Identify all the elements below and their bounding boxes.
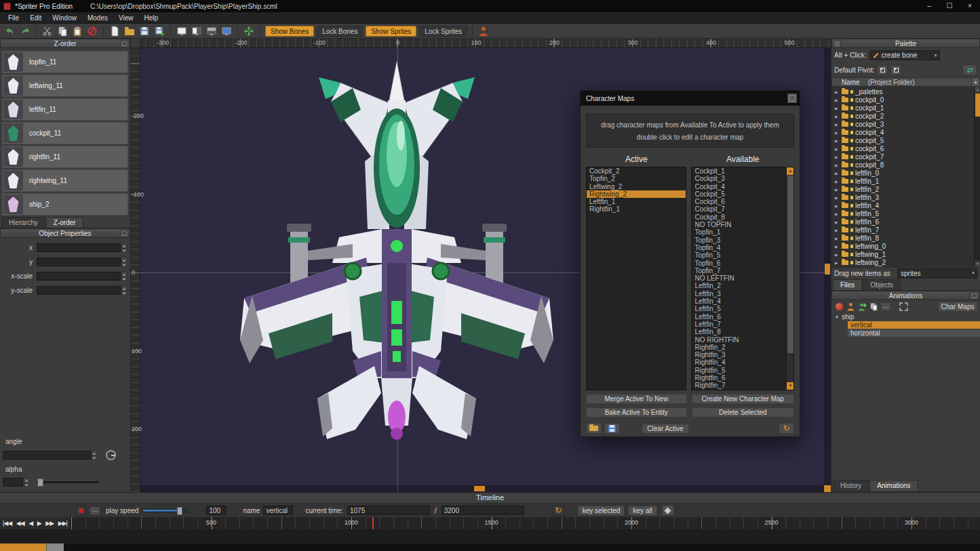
delete-icon[interactable] (86, 25, 98, 37)
tree-item[interactable]: leftfin_0 (833, 169, 973, 177)
menu-item[interactable]: File (3, 14, 24, 22)
character-map-item[interactable]: Cockpit_2 (587, 167, 686, 175)
spinner[interactable] (121, 286, 128, 295)
z-order-item[interactable]: leftwing_11 (2, 75, 128, 97)
spinner[interactable] (121, 243, 128, 252)
show-bones-toggle[interactable]: Show Bones (265, 26, 314, 37)
duplicate-animation-icon[interactable] (869, 302, 878, 311)
character-map-item[interactable]: Rightfin_2 (692, 344, 786, 351)
character-map-item[interactable]: NO RIGHTFIN (692, 336, 786, 344)
tree-item[interactable]: cockpit_4 (833, 128, 973, 136)
scrollbar-thumb[interactable] (975, 94, 980, 117)
right-panel-tab[interactable]: Animations (869, 480, 918, 491)
character-map-item[interactable]: Leftfin_1 (587, 198, 686, 205)
character-map-item[interactable]: Rightwing_2 (587, 190, 686, 198)
timeline-scrollbar[interactable] (0, 543, 980, 551)
create-new-map-button[interactable]: Create New Character Map (692, 394, 794, 404)
loop-button[interactable] (553, 505, 564, 516)
close-button[interactable]: × (960, 0, 980, 12)
tree-item[interactable]: leftfin_2 (833, 185, 973, 193)
clear-active-button[interactable]: Clear Active (642, 424, 689, 434)
new-entity-icon[interactable] (846, 302, 855, 311)
timeline-options-button[interactable] (90, 506, 100, 515)
palette-tab[interactable]: Files (833, 279, 862, 290)
tree-item[interactable]: cockpit_5 (833, 136, 973, 144)
record-keyframe-button[interactable] (76, 506, 86, 516)
key-all-button[interactable]: key all (628, 506, 656, 516)
menu-item[interactable]: Edit (24, 14, 47, 22)
bg-gradient-icon[interactable] (205, 25, 218, 37)
palette-tab[interactable]: Objects (863, 279, 901, 290)
tree-item[interactable]: cockpit_8 (833, 161, 973, 169)
close-panel-icon[interactable] (121, 40, 128, 47)
expand-arrow-icon[interactable] (835, 114, 840, 119)
expand-arrow-icon[interactable] (835, 138, 840, 143)
alpha-input[interactable] (3, 478, 23, 487)
delete-animation-icon[interactable] (834, 302, 844, 311)
tree-item[interactable]: leftwing_1 (833, 250, 973, 258)
alt-click-dropdown[interactable]: create bone (869, 50, 940, 60)
character-map-item[interactable]: Cockpit_1 (692, 167, 786, 175)
character-map-item[interactable]: Rightfin_7 (692, 382, 786, 389)
expand-arrow-icon[interactable] (835, 122, 840, 127)
expand-arrow-icon[interactable] (835, 171, 840, 176)
tree-item[interactable]: leftfin_3 (833, 193, 973, 201)
redo-icon[interactable] (19, 25, 31, 37)
z-order-item[interactable]: leftfin_11 (2, 98, 128, 121)
sync-button[interactable] (962, 64, 977, 75)
animation-length-input[interactable] (442, 506, 524, 515)
expand-arrow-icon[interactable] (835, 155, 840, 159)
play-speed-slider[interactable] (142, 509, 187, 512)
active-list[interactable]: Cockpit_2Topfin_2Leftwing_2Rightwing_2Le… (586, 167, 686, 390)
expand-arrow-icon[interactable] (835, 89, 840, 94)
more-options-button[interactable] (880, 302, 891, 311)
expand-arrow-icon[interactable] (835, 228, 840, 232)
character-maps-dialog[interactable]: Character Maps drag character maps from … (580, 90, 800, 437)
character-map-item[interactable]: Cockpit_3 (692, 175, 786, 182)
merge-active-button[interactable]: Merge Active To New (586, 394, 687, 404)
angle-dial[interactable] (106, 450, 116, 460)
left-panel-tab[interactable]: Z-order (46, 217, 83, 228)
maximize-button[interactable]: ☐ (939, 0, 960, 12)
file-tree-scrollbar[interactable] (974, 87, 980, 267)
scrollbar-thumb[interactable] (787, 176, 793, 353)
character-map-item[interactable]: Leftfin_5 (692, 305, 786, 312)
expand-arrow-icon[interactable] (835, 220, 840, 224)
character-map-item[interactable]: Cockpit_7 (692, 205, 786, 213)
ship-sprite[interactable] (237, 60, 556, 446)
playhead[interactable] (372, 517, 374, 529)
z-order-item[interactable]: rightwing_11 (2, 169, 128, 192)
scroll-up-icon[interactable] (787, 167, 794, 175)
expand-arrow-icon[interactable] (835, 146, 840, 151)
entity-row[interactable]: ship (831, 312, 980, 321)
property-input[interactable] (37, 272, 121, 281)
right-panel-tab[interactable]: History (833, 480, 869, 491)
character-map-item[interactable]: Leftfin_7 (692, 321, 786, 328)
menu-item[interactable]: View (113, 14, 139, 22)
bg-split-icon[interactable] (191, 25, 203, 37)
character-map-item[interactable]: Topfin_4 (692, 244, 786, 251)
z-order-item[interactable]: cockpit_11 (2, 122, 128, 144)
character-map-item[interactable]: Leftfin_3 (692, 290, 786, 298)
char-maps-button[interactable]: Char Maps (938, 302, 977, 312)
collapse-arrow-icon[interactable] (835, 315, 839, 319)
z-order-item[interactable]: topfin_11 (2, 51, 128, 73)
character-map-item[interactable]: Topfin_5 (692, 251, 786, 259)
menu-item[interactable]: Help (138, 14, 163, 22)
dialog-close-icon[interactable] (787, 94, 797, 103)
tree-item[interactable]: cockpit_0 (833, 96, 973, 104)
sort-arrow-icon[interactable] (971, 78, 979, 86)
character-map-item[interactable]: Topfin_6 (692, 260, 786, 267)
character-map-item[interactable]: Rightfin_3 (692, 351, 786, 359)
tree-item[interactable]: leftwing_2 (833, 258, 973, 266)
tree-item[interactable]: cockpit_7 (833, 152, 973, 161)
tree-item[interactable]: leftfin_5 (833, 209, 973, 218)
expand-arrow-icon[interactable] (835, 203, 840, 208)
z-order-item[interactable]: rightfin_11 (2, 146, 128, 168)
expand-arrow-icon[interactable] (835, 244, 840, 249)
minimize-button[interactable]: – (919, 0, 939, 12)
tree-item[interactable]: cockpit_2 (833, 112, 973, 120)
left-panel-tab[interactable]: Hierarchy (1, 217, 45, 228)
character-map-item[interactable]: Topfin_3 (692, 237, 786, 244)
scroll-down-icon[interactable] (787, 382, 794, 390)
